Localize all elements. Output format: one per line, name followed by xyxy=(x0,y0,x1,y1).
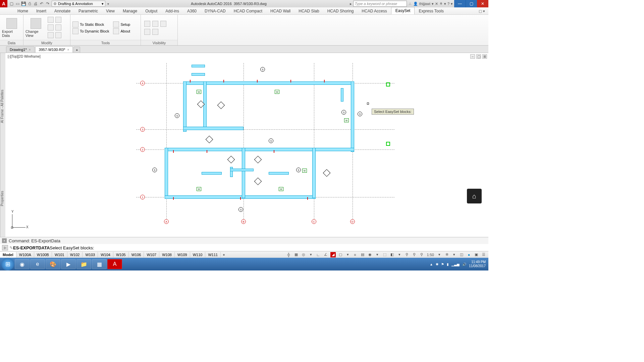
ribbon-tab-hcad-shoring[interactable]: HCAD Shoring xyxy=(323,8,358,14)
ribbon-tab-view[interactable]: View xyxy=(102,8,119,14)
export-data-button[interactable]: Export Data xyxy=(2,18,21,38)
taskbar-autocad[interactable]: A xyxy=(107,259,122,269)
transparency-icon[interactable]: ▤ xyxy=(360,252,365,257)
modify-btn-5[interactable] xyxy=(48,32,54,38)
layout-tab-w100a[interactable]: W100A xyxy=(16,252,34,257)
app-menu-button[interactable]: A xyxy=(0,0,7,7)
isolate-icon[interactable]: ◫ xyxy=(459,252,464,257)
add-layout-button[interactable]: + xyxy=(221,252,227,257)
tray-icon[interactable]: ✱ xyxy=(436,262,438,266)
ribbon-tab-easyset[interactable]: EasySet xyxy=(391,7,415,14)
tray-flag-icon[interactable]: ⚑ xyxy=(441,262,444,266)
layout-tab-w107[interactable]: W107 xyxy=(144,252,159,257)
tray-network-icon[interactable]: ▁▃▅ xyxy=(451,262,460,266)
ribbon-tab-express-tools[interactable]: Express Tools xyxy=(415,8,447,14)
open-icon[interactable]: ▭ xyxy=(15,1,20,6)
maximize-button[interactable]: ▢ xyxy=(466,0,477,7)
grid-icon[interactable]: ▦ xyxy=(293,252,299,257)
ribbon-tab-output[interactable]: Output xyxy=(141,8,161,14)
ribbon-tab-a360[interactable]: A360 xyxy=(183,8,201,14)
modify-btn-6[interactable] xyxy=(55,32,61,38)
chevron-down-icon[interactable]: ▾ xyxy=(397,252,402,257)
viewport-minimize-icon[interactable]: – xyxy=(470,54,475,59)
change-view-button[interactable]: Change View xyxy=(25,18,46,38)
vis-btn-4[interactable] xyxy=(144,29,150,35)
vis-btn-5[interactable] xyxy=(152,29,158,35)
viewport-close-icon[interactable]: ⊠ xyxy=(482,54,487,59)
new-tab-button[interactable]: + xyxy=(73,47,80,53)
user-name[interactable]: thijjawi xyxy=(419,2,430,6)
isoplane-icon[interactable]: ◢ xyxy=(330,252,336,257)
clean-screen-icon[interactable]: ▣ xyxy=(474,252,479,257)
layout-tab-w102[interactable]: W102 xyxy=(67,252,83,257)
chevron-down-icon[interactable]: ▾ xyxy=(451,252,457,257)
tray-volume-icon[interactable]: 🔊 xyxy=(462,262,466,266)
layout-tab-w108[interactable]: W108 xyxy=(159,252,175,257)
taskbar-explorer[interactable]: 📁 xyxy=(76,259,91,269)
annotation-scale-icon[interactable]: ⚲ xyxy=(419,252,424,257)
osnap-icon[interactable]: ▢ xyxy=(338,252,343,257)
modify-btn-3[interactable] xyxy=(48,24,54,31)
close-tab-icon[interactable]: × xyxy=(67,48,69,52)
layout-tab-w101[interactable]: W101 xyxy=(52,252,67,257)
annotation-visibility-icon[interactable]: ⚲ xyxy=(404,252,410,257)
ribbon-tab-hcad-compact[interactable]: HCAD Compact xyxy=(230,8,266,14)
selection-cycling-icon[interactable]: ◉ xyxy=(367,252,373,257)
chevron-down-icon[interactable]: ▾ xyxy=(437,252,442,257)
taskbar-ie[interactable]: e xyxy=(30,259,45,269)
chevron-down-icon[interactable]: ▾ xyxy=(432,2,434,6)
plot-icon[interactable]: 🖨 xyxy=(33,1,38,6)
new-icon[interactable]: ▢ xyxy=(9,1,14,6)
model-space-icon[interactable]: ╬ xyxy=(286,252,291,257)
command-prompt-icon[interactable]: ▷ xyxy=(2,245,8,250)
taskbar-clock[interactable]: 11:49 PM 11/08/2017 xyxy=(469,260,486,268)
close-tab-icon[interactable]: × xyxy=(29,48,31,52)
command-line[interactable]: ▷ ✎ ES-EXPORTDATA Select EasySet blocks: xyxy=(0,244,488,251)
chevron-down-icon[interactable]: ▾ xyxy=(375,252,380,257)
tray-battery-icon[interactable]: ▮ xyxy=(447,262,449,266)
ortho-icon[interactable]: ∟ xyxy=(316,252,321,257)
ribbon-tab-home[interactable]: Home xyxy=(13,8,32,14)
ribbon-tab-dyna-cad[interactable]: DYNA-CAD xyxy=(201,8,230,14)
to-static-block-button[interactable]: To Static Block xyxy=(72,21,109,27)
file-tab[interactable]: 3957-W100-R3*× xyxy=(35,46,73,53)
taskbar-media[interactable]: ▶ xyxy=(61,259,76,269)
layout-tab-w110[interactable]: W110 xyxy=(190,252,206,257)
setup-button[interactable]: Setup xyxy=(113,21,130,27)
modify-btn-1[interactable] xyxy=(48,17,54,23)
ribbon-minimize-icon[interactable]: ▢ ▾ xyxy=(475,8,488,14)
ribbon-tab-hcad-wall[interactable]: HCAD Wall xyxy=(266,8,294,14)
ribbon-tab-hcad-access[interactable]: HCAD Access xyxy=(358,8,391,14)
infocenter-search[interactable]: Type a keyword or phrase xyxy=(353,1,407,7)
customize-icon[interactable]: ☰ xyxy=(481,252,486,257)
modify-btn-2[interactable] xyxy=(55,17,61,23)
exchange-icon[interactable]: ✕ xyxy=(435,2,438,6)
saveas-icon[interactable]: ⎙ xyxy=(27,1,32,6)
vis-btn-1[interactable] xyxy=(144,21,150,27)
modify-btn-4[interactable] xyxy=(55,24,61,31)
layout-tab-w104[interactable]: W104 xyxy=(98,252,113,257)
hardware-accel-icon[interactable]: ● xyxy=(466,252,472,257)
vis-btn-2[interactable] xyxy=(152,21,158,27)
chevron-down-icon[interactable]: ▾ xyxy=(345,252,351,257)
start-button[interactable]: ⊞ xyxy=(1,258,14,270)
layout-tab-w106[interactable]: W106 xyxy=(129,252,144,257)
about-button[interactable]: About xyxy=(113,28,130,34)
ribbon-tab-insert[interactable]: Insert xyxy=(32,8,50,14)
tray-up-icon[interactable]: ▲ xyxy=(430,262,433,266)
infocenter-play-icon[interactable]: ▸ xyxy=(348,2,353,6)
autoscale-icon[interactable]: ⚲ xyxy=(412,252,417,257)
gear-icon[interactable]: ✲ xyxy=(444,252,449,257)
taskbar-paint[interactable]: 🎨 xyxy=(46,259,60,269)
viewport-label[interactable]: [-][Top][2D Wireframe] xyxy=(7,54,42,59)
vis-btn-3[interactable] xyxy=(160,21,166,27)
autodesk-360-icon[interactable]: ⛬ xyxy=(408,2,412,6)
layout-tab-w111[interactable]: W111 xyxy=(205,252,221,257)
drawing-canvas[interactable]: [-][Top][2D Wireframe] – ▢ ⊠ 4 3 2 1 A B xyxy=(5,53,488,237)
ribbon-tab-manage[interactable]: Manage xyxy=(119,8,141,14)
undo-icon[interactable]: ↶ xyxy=(39,1,44,6)
layout-tab-w105[interactable]: W105 xyxy=(113,252,129,257)
layout-tab-model[interactable]: Model xyxy=(0,252,16,257)
close-button[interactable]: ✕ xyxy=(477,0,488,7)
layout-tab-w100b[interactable]: W100B xyxy=(34,252,52,257)
